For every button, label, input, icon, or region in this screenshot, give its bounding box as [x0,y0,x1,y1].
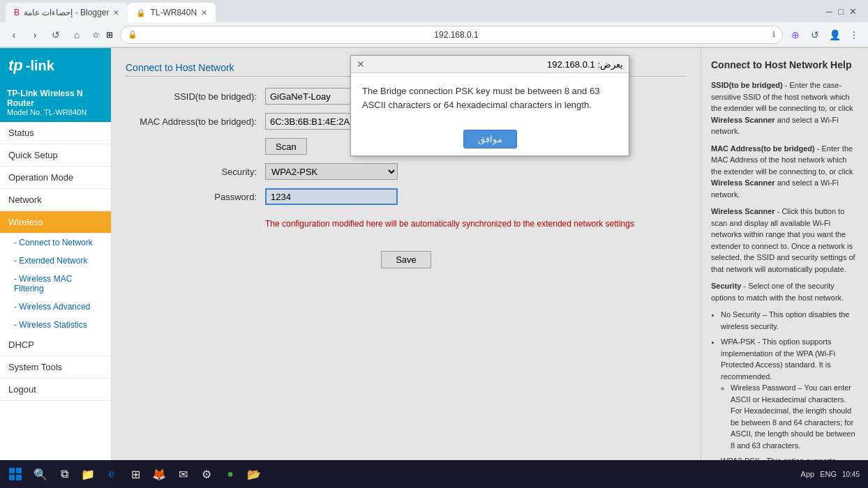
alert-modal: يعرض: 192.168.0.1 ✕ The Bridge connectio… [350,55,629,156]
refresh-button[interactable]: ↺ [47,26,64,43]
system-tools-label: System Tools [8,362,62,372]
sidebar-item-operation-mode[interactable]: Operation Mode [0,167,111,189]
tab-favicon: B [14,8,20,17]
status-label: Status [8,128,34,138]
sidebar-item-wireless[interactable]: Wireless [0,211,111,234]
browser-titlebar: B إحصاءات عامة - Blogger ✕ 🔒 TL-WR840N ✕… [0,0,868,22]
extensions-icon[interactable]: ⊕ [787,26,804,43]
tab-blogger[interactable]: B إحصاءات عامة - Blogger ✕ [6,3,128,22]
favorites-bar: ☆ ⊞ [89,29,116,41]
menu-icon[interactable]: ⋮ [846,26,862,43]
home-button[interactable]: ⌂ [68,26,85,43]
dhcp-label: DHCP [8,340,34,350]
quick-setup-label: Quick Setup [8,150,58,160]
router-header: TP-Link Wireless N Router Model No. TL-W… [0,83,111,122]
connect-label: - Connect to Network [14,238,93,247]
back-button[interactable]: ‹ [6,26,22,43]
sidebar-item-network[interactable]: Network [0,189,111,211]
operation-mode-label: Operation Mode [8,172,73,183]
modal-ok-button[interactable]: موافق [463,130,517,148]
modal-overlay: يعرض: 192.168.0.1 ✕ The Bridge connectio… [112,48,868,488]
toolbar-icons: ⊕ ↺ 👤 ⋮ [787,26,862,43]
close-button[interactable]: ✕ [849,6,857,17]
taskbar-search[interactable]: 🔍 [29,463,52,485]
logo-area: tp -link [0,48,111,83]
tabs-row: B إحصاءات عامة - Blogger ✕ 🔒 TL-WR840N ✕ [6,0,216,22]
page: tp -link TP-Link Wireless N Router Model… [0,48,868,488]
sidebar-item-dhcp[interactable]: DHCP [0,334,111,356]
tab-label-router: TL-WR840N [150,8,197,17]
address-bar[interactable]: 🔒 192.168.0.1 ℹ [120,26,783,44]
modal-header: يعرض: 192.168.0.1 ✕ [351,56,629,73]
router-title: TP-Link Wireless N Router [7,89,104,108]
forward-button[interactable]: › [27,26,43,43]
minimize-button[interactable]: ─ [826,6,832,17]
bookmark-icon: ⊞ [103,29,116,41]
star-icon: ☆ [89,29,102,41]
tab-label: إحصاءات عامة - Blogger [24,8,109,17]
lock-icon: 🔒 [128,30,137,39]
sidebar-item-status[interactable]: Status [0,122,111,144]
modal-body: The Bridge connection PSK key must be be… [351,73,629,123]
sidebar-item-mac-filtering[interactable]: - Wireless MAC Filtering [0,270,111,298]
extended-label: - Extended Network [14,256,87,266]
modal-close-button[interactable]: ✕ [357,59,365,70]
wireless-statistics-label: - Wireless Statistics [14,320,87,330]
logo: tp -link [8,56,54,75]
svg-rect-2 [9,475,15,480]
tab-close-blogger[interactable]: ✕ [113,8,119,17]
main-content: Connect to Host Network SSID(to be bridg… [112,48,868,488]
sidebar-item-logout[interactable]: Logout [0,379,111,401]
sidebar-item-wireless-statistics[interactable]: - Wireless Statistics [0,316,111,334]
maximize-button[interactable]: □ [838,6,844,17]
mac-filtering-label: - Wireless MAC Filtering [14,274,72,293]
wireless-advanced-label: - Wireless Advanced [14,302,90,312]
router-model: Model No. TL-WR840N [7,108,104,116]
network-label: Network [8,195,42,205]
account-icon[interactable]: 👤 [826,26,843,43]
modal-footer: موافق [351,123,629,155]
modal-title: يعرض: 192.168.0.1 [547,59,623,70]
tab-router[interactable]: 🔒 TL-WR840N ✕ [128,3,216,22]
modal-message: The Bridge connection PSK key must be be… [362,86,599,110]
browser-chrome: B إحصاءات عامة - Blogger ✕ 🔒 TL-WR840N ✕… [0,0,868,48]
tab-close-router[interactable]: ✕ [201,8,207,17]
sidebar-item-connect-to-network[interactable]: - Connect to Network [0,234,111,252]
sidebar: tp -link TP-Link Wireless N Router Model… [0,48,112,488]
address-text: 192.168.0.1 [140,30,772,40]
sidebar-item-wireless-advanced[interactable]: - Wireless Advanced [0,298,111,316]
taskbar-task-view[interactable]: ⧉ [53,463,75,485]
logo-icon: tp [8,56,23,75]
tab-favicon-router: 🔒 [136,8,146,17]
reload-icon[interactable]: ↺ [807,26,823,43]
wireless-label: Wireless [8,217,43,227]
logo-brand: -link [26,58,54,74]
sidebar-item-extended-network[interactable]: - Extended Network [0,252,111,270]
browser-toolbar: ‹ › ↺ ⌂ ☆ ⊞ 🔒 192.168.0.1 ℹ ⊕ ↺ 👤 ⋮ [0,22,868,47]
svg-rect-1 [16,468,22,473]
start-button[interactable] [3,462,28,487]
info-icon[interactable]: ℹ [772,30,775,39]
taskbar-folder[interactable]: 📁 [77,463,99,485]
sidebar-item-system-tools[interactable]: System Tools [0,356,111,379]
sidebar-item-quick-setup[interactable]: Quick Setup [0,144,111,167]
logout-label: Logout [8,384,36,395]
svg-rect-3 [16,475,22,480]
svg-rect-0 [9,468,15,473]
